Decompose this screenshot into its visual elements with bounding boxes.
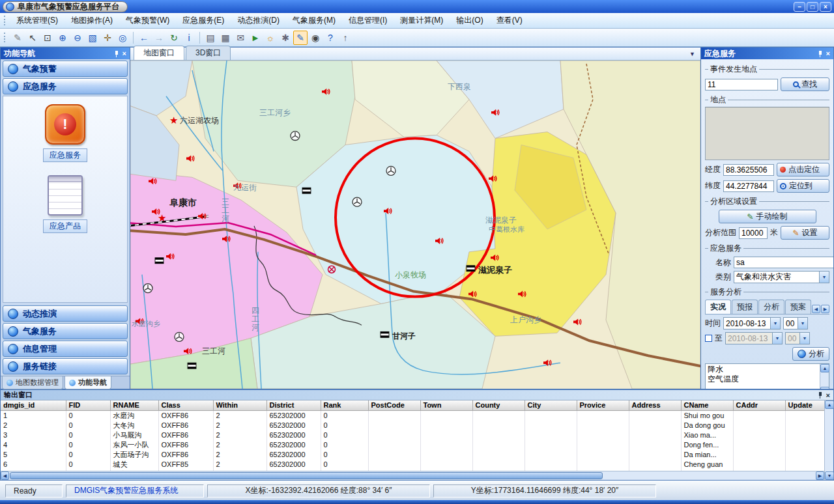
drag-grip[interactable] xyxy=(4,33,6,42)
chevron-down-icon[interactable]: ▼ xyxy=(819,272,829,283)
chevron-down-icon[interactable]: ▼ xyxy=(799,333,809,344)
previous-view-icon[interactable]: ← xyxy=(137,31,151,45)
column-header[interactable]: Provice xyxy=(577,400,629,410)
mail-icon[interactable]: ✉ xyxy=(233,31,248,45)
flag-marker-icon[interactable] xyxy=(381,331,389,337)
to-checkbox[interactable] xyxy=(705,335,712,342)
pin-icon[interactable] xyxy=(817,50,823,57)
chevron-down-icon[interactable]: ▼ xyxy=(770,318,780,329)
date-from-select[interactable]: 2010-08-13 ▼ xyxy=(723,317,781,329)
menu-emergency-service[interactable]: 应急服务(E) xyxy=(176,14,231,27)
column-header[interactable]: City xyxy=(525,400,577,410)
hour-to-select[interactable]: 00 ▼ xyxy=(785,332,810,344)
minimize-button[interactable]: – xyxy=(794,2,805,12)
station-icon[interactable] xyxy=(175,332,184,341)
column-header[interactable]: Class xyxy=(158,400,213,410)
menu-weather-service[interactable]: 气象服务(M) xyxy=(286,14,342,27)
hour-from-select[interactable]: 00 ▼ xyxy=(783,317,808,329)
analysis-tab[interactable]: 分析 xyxy=(758,300,784,314)
close-icon[interactable]: × xyxy=(826,50,830,57)
map-canvas[interactable]: ★ ★ xyxy=(130,61,700,389)
flag-marker-icon[interactable] xyxy=(188,363,196,369)
nav-dynamic-simulation[interactable]: 动态推演 xyxy=(3,305,128,322)
full-extent-icon[interactable]: ◎ xyxy=(115,31,130,45)
maximize-button[interactable]: □ xyxy=(807,2,818,12)
service-type-select[interactable]: 气象和洪水灾害 ▼ xyxy=(734,271,829,283)
select-cursor-icon[interactable]: ↖ xyxy=(25,31,40,45)
flag-marker-icon[interactable] xyxy=(302,188,311,193)
zoom-out-icon[interactable]: ⊖ xyxy=(70,31,85,45)
list-scrollbar[interactable]: ▲ ▼ xyxy=(820,364,829,389)
scroll-left-icon[interactable]: ◀ xyxy=(1,471,9,480)
latitude-input[interactable] xyxy=(723,180,774,192)
analysis-tab[interactable]: 预报 xyxy=(732,300,758,314)
column-header[interactable]: Town xyxy=(420,400,472,410)
close-icon[interactable]: × xyxy=(826,392,830,399)
chevron-down-icon[interactable]: ▼ xyxy=(772,333,782,344)
tile-emergency-product[interactable]: 应急产品 xyxy=(43,175,87,233)
click-locate-button[interactable]: 点击定位 xyxy=(777,163,829,176)
menu-output[interactable]: 输出(O) xyxy=(450,14,489,27)
close-button[interactable]: × xyxy=(820,2,831,12)
menu-view[interactable]: 查看(V) xyxy=(490,14,529,27)
menu-info-management[interactable]: 信息管理(I) xyxy=(342,14,394,27)
menu-weather-warning[interactable]: 气象预警(W) xyxy=(119,14,176,27)
scroll-up-icon[interactable]: ▲ xyxy=(825,400,834,409)
pin-icon[interactable] xyxy=(113,50,119,57)
export-icon[interactable]: ↑ xyxy=(338,31,352,45)
column-header[interactable]: District xyxy=(266,400,321,410)
draw-tool-icon[interactable]: ✎ xyxy=(293,31,308,45)
analyze-button[interactable]: 分析 xyxy=(792,347,829,361)
column-header[interactable]: RNAME xyxy=(110,400,158,410)
longitude-input[interactable] xyxy=(723,164,774,176)
help-icon[interactable]: ? xyxy=(323,31,338,45)
column-header[interactable]: Address xyxy=(629,400,681,410)
menu-measure-calc[interactable]: 测量计算(M) xyxy=(394,14,450,27)
chevron-down-icon[interactable]: ▼ xyxy=(689,51,695,57)
edit-pencil-icon[interactable]: ✎ xyxy=(10,31,25,45)
refresh-icon[interactable]: ↻ xyxy=(167,31,181,45)
nav-info-management[interactable]: 信息管理 xyxy=(3,341,128,357)
scroll-up-icon[interactable]: ▲ xyxy=(820,364,829,372)
service-list-item[interactable]: 空气温度 xyxy=(708,374,818,384)
output-row[interactable]: 20大冬沟OXFF8626523020000Da dong gou xyxy=(1,421,824,430)
scrollbar-thumb[interactable] xyxy=(10,472,603,479)
menu-map-operation[interactable]: 地图操作(A) xyxy=(65,14,119,27)
manual-draw-button[interactable]: ✎ 手动绘制 xyxy=(719,210,816,223)
scroll-down-icon[interactable]: ▼ xyxy=(825,471,834,480)
station-icon[interactable] xyxy=(291,132,300,141)
settings-gear-icon[interactable]: ✱ xyxy=(278,31,293,45)
nav-emergency-service[interactable]: 应急服务 xyxy=(3,78,128,94)
station-icon[interactable] xyxy=(143,284,152,293)
column-header[interactable]: PostCode xyxy=(368,400,420,410)
service-name-input[interactable] xyxy=(734,257,833,268)
zoom-window-icon[interactable]: ▧ xyxy=(85,31,100,45)
bulb-icon[interactable]: ☼ xyxy=(263,31,278,45)
pointer-icon[interactable]: ► xyxy=(248,31,263,45)
column-header[interactable]: County xyxy=(472,400,525,410)
service-list-item[interactable]: 降水 xyxy=(708,365,818,374)
range-input[interactable] xyxy=(739,227,768,239)
tabs-scroll-left-icon[interactable]: ◀ xyxy=(812,305,820,313)
map-svg[interactable]: ★ ★ xyxy=(130,61,700,389)
menu-system-management[interactable]: 系统管理(S) xyxy=(10,14,65,27)
nav-service-links[interactable]: 服务链接 xyxy=(3,358,128,374)
nav-weather-service[interactable]: 气象服务 xyxy=(3,323,128,339)
output-row[interactable]: 30小马厩沟OXFF8626523020000Xiao ma... xyxy=(1,430,824,440)
analysis-tab[interactable]: 实况 xyxy=(705,300,731,314)
scroll-right-icon[interactable]: ▶ xyxy=(816,471,824,480)
output-row[interactable]: 50大面场子沟OXFF8626523020000Da mian... xyxy=(1,450,824,460)
print-icon[interactable]: ▤ xyxy=(203,31,218,45)
next-view-icon[interactable]: → xyxy=(152,31,166,45)
tabs-scroll-right-icon[interactable]: ▶ xyxy=(821,305,829,313)
find-button[interactable]: 查找 xyxy=(781,77,829,91)
pan-hand-icon[interactable]: ✛ xyxy=(100,31,115,45)
panel-tab-function-nav[interactable]: 功能导航 xyxy=(65,376,111,389)
column-header[interactable]: Rank xyxy=(321,400,368,410)
column-header[interactable]: CName xyxy=(681,400,733,410)
vertical-scrollbar[interactable]: ▲ ▼ xyxy=(824,400,833,480)
nav-weather-warning[interactable]: 气象预警 xyxy=(3,61,128,77)
analysis-tab[interactable]: 预案 xyxy=(785,300,811,314)
select-area-icon[interactable]: ⊡ xyxy=(40,31,55,45)
scroll-down-icon[interactable]: ▼ xyxy=(820,387,829,389)
